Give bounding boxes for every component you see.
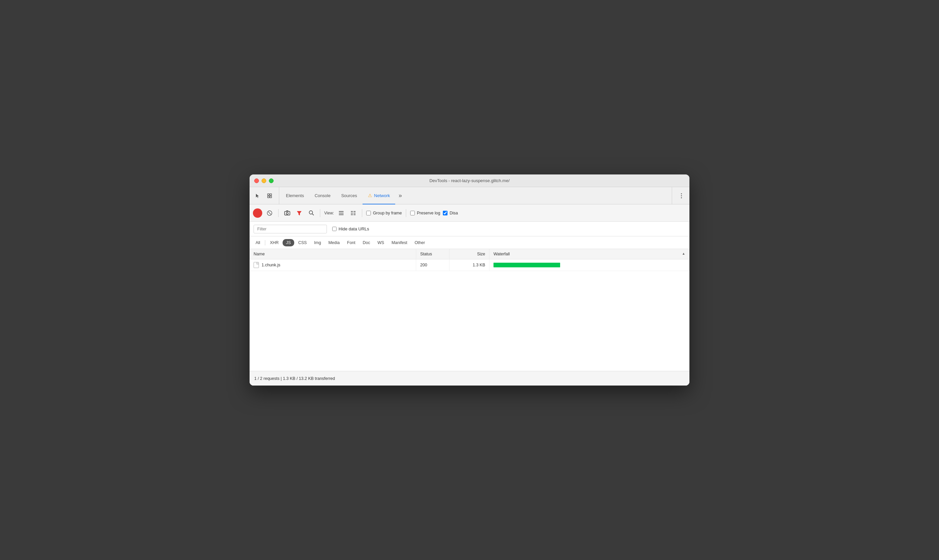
preserve-log-label[interactable]: Preserve log — [410, 211, 440, 215]
warning-icon: ⚠ — [368, 193, 372, 198]
cell-size: 1.3 KB — [450, 259, 489, 271]
record-button[interactable] — [253, 208, 262, 218]
search-button[interactable] — [307, 208, 316, 218]
filter-img[interactable]: Img — [311, 239, 325, 246]
devtools-menu-icon[interactable] — [676, 191, 687, 201]
filter-media[interactable]: Media — [325, 239, 343, 246]
filter-all[interactable]: All — [252, 239, 264, 246]
filter-button[interactable] — [294, 208, 304, 218]
hide-data-urls-checkbox[interactable] — [332, 227, 336, 231]
col-size[interactable]: Size — [450, 249, 489, 259]
status-bar: 1 / 2 requests | 1.3 KB / 13.2 KB transf… — [250, 371, 689, 386]
tab-network[interactable]: ⚠ Network — [362, 187, 396, 205]
view-label: View: — [324, 211, 334, 215]
toolbar-divider-1 — [278, 209, 279, 217]
file-name: 1.chunk.js — [262, 263, 280, 267]
group-by-frame-text: Group by frame — [373, 211, 402, 215]
type-divider — [265, 240, 265, 245]
tab-console[interactable]: Console — [309, 187, 336, 205]
devtools-window: DevTools - react-lazy-suspense.glitch.me… — [250, 174, 689, 386]
svg-rect-0 — [268, 194, 269, 195]
status-bar-text: 1 / 2 requests | 1.3 KB / 13.2 KB transf… — [254, 376, 335, 381]
col-waterfall[interactable]: Waterfall ▲ — [489, 249, 689, 259]
svg-point-6 — [681, 197, 682, 198]
hide-data-urls-text: Hide data URLs — [339, 226, 369, 231]
filter-ws[interactable]: WS — [374, 239, 387, 246]
title-bar: DevTools - react-lazy-suspense.glitch.me… — [250, 174, 689, 187]
filter-css[interactable]: CSS — [295, 239, 310, 246]
svg-point-12 — [309, 211, 313, 214]
group-by-frame-label[interactable]: Group by frame — [366, 211, 402, 215]
group-view-icon[interactable] — [348, 208, 358, 218]
tab-network-label: Network — [374, 193, 390, 198]
cell-name: 1.chunk.js — [250, 259, 416, 271]
svg-line-13 — [312, 214, 314, 215]
group-by-frame-checkbox[interactable] — [366, 211, 371, 215]
tab-sources[interactable]: Sources — [336, 187, 362, 205]
toolbar-divider-2 — [320, 209, 320, 217]
network-table: Name Status Size Waterfall ▲ — [250, 249, 689, 271]
sort-arrow-icon: ▲ — [682, 252, 685, 255]
preserve-log-checkbox[interactable] — [410, 211, 415, 215]
svg-rect-3 — [270, 196, 271, 198]
svg-rect-2 — [268, 196, 269, 198]
svg-rect-20 — [353, 213, 356, 214]
filter-doc[interactable]: Doc — [359, 239, 373, 246]
filter-other[interactable]: Other — [411, 239, 428, 246]
filter-bar: Hide data URLs — [250, 222, 689, 236]
tab-bar-icons — [252, 187, 279, 204]
preserve-log-text: Preserve log — [417, 211, 440, 215]
tab-sources-label: Sources — [341, 193, 357, 198]
filter-manifest[interactable]: Manifest — [388, 239, 410, 246]
inspect-icon[interactable] — [264, 191, 275, 201]
filter-input[interactable] — [254, 225, 327, 233]
window-title: DevTools - react-lazy-suspense.glitch.me… — [430, 178, 510, 183]
list-view-icon[interactable] — [336, 208, 346, 218]
type-filter-bar: All XHR JS CSS Img Media Font Doc — [250, 236, 689, 249]
disable-cache-checkbox[interactable] — [443, 211, 447, 215]
filter-js[interactable]: JS — [282, 239, 294, 246]
svg-rect-18 — [353, 211, 356, 212]
svg-rect-16 — [339, 214, 344, 215]
svg-rect-1 — [270, 194, 271, 195]
filter-xhr[interactable]: XHR — [267, 239, 282, 246]
svg-rect-19 — [351, 213, 353, 214]
waterfall-bar — [493, 263, 560, 267]
tab-bar-end — [672, 187, 687, 204]
filter-font[interactable]: Font — [344, 239, 359, 246]
svg-point-10 — [286, 212, 288, 214]
svg-marker-11 — [297, 211, 302, 215]
tab-elements-label: Elements — [286, 193, 304, 198]
toolbar-divider-3 — [362, 209, 362, 217]
maximize-button[interactable] — [269, 178, 274, 183]
disable-cache-label[interactable]: Disa — [443, 211, 458, 215]
file-icon — [254, 262, 259, 268]
traffic-lights — [254, 178, 274, 183]
svg-rect-15 — [339, 213, 344, 214]
camera-button[interactable] — [282, 208, 292, 218]
cell-waterfall — [489, 259, 689, 271]
minimize-button[interactable] — [262, 178, 266, 183]
cursor-icon[interactable] — [252, 191, 263, 201]
size-value: 1.3 KB — [472, 263, 485, 267]
more-tabs-label: » — [399, 192, 402, 199]
tab-more[interactable]: » — [395, 187, 405, 204]
file-cell: 1.chunk.js — [254, 262, 412, 268]
svg-point-4 — [681, 193, 682, 194]
svg-rect-21 — [351, 214, 353, 215]
col-name[interactable]: Name — [250, 249, 416, 259]
hide-data-urls-label[interactable]: Hide data URLs — [332, 226, 369, 231]
table-header-row: Name Status Size Waterfall ▲ — [250, 249, 689, 259]
svg-point-5 — [681, 195, 682, 196]
clear-button[interactable] — [265, 208, 274, 218]
svg-rect-22 — [353, 214, 356, 215]
col-status[interactable]: Status — [416, 249, 450, 259]
devtools-body: Elements Console Sources ⚠ Network » — [250, 187, 689, 386]
close-button[interactable] — [254, 178, 259, 183]
tab-bar: Elements Console Sources ⚠ Network » — [250, 187, 689, 205]
svg-line-8 — [268, 212, 271, 214]
toolbar-divider-4 — [406, 209, 406, 217]
tab-elements[interactable]: Elements — [281, 187, 309, 205]
table-row[interactable]: 1.chunk.js 200 1.3 KB — [250, 259, 689, 271]
status-value: 200 — [420, 263, 427, 267]
